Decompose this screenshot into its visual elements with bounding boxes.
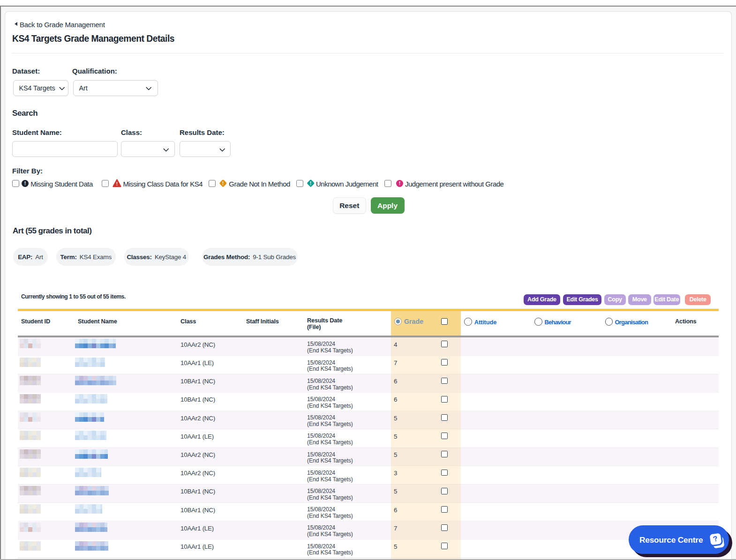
svg-text:!: ! <box>116 181 118 187</box>
